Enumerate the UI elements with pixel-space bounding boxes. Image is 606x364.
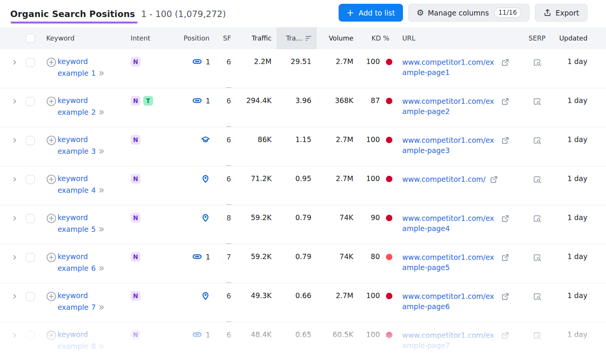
expand-chevron-icon[interactable]: [11, 254, 18, 262]
url-link[interactable]: www.competitor1.com/example-page4: [402, 213, 497, 233]
keyword-link[interactable]: keyword example 6: [58, 252, 96, 272]
serp-features-count[interactable]: 7: [226, 252, 231, 283]
serp-features-count[interactable]: 6: [226, 57, 231, 88]
double-chevron-icon[interactable]: [98, 70, 105, 78]
expand-chevron-icon[interactable]: [11, 176, 18, 184]
serp-features-count[interactable]: 6: [226, 96, 231, 127]
column-header-updated[interactable]: Updated: [550, 34, 606, 42]
double-chevron-icon[interactable]: [98, 148, 105, 156]
expand-chevron-icon[interactable]: [11, 215, 18, 223]
column-header-traffic[interactable]: Traffic: [234, 34, 276, 42]
add-keyword-icon[interactable]: [46, 174, 56, 188]
row-checkbox[interactable]: [26, 136, 35, 145]
expand-chevron-icon[interactable]: [11, 59, 18, 67]
serp-features-count[interactable]: 6: [226, 330, 231, 364]
checkbox-cell: [21, 322, 39, 364]
url-link[interactable]: www.competitor1.com/example-page1: [402, 57, 497, 77]
column-header-url[interactable]: URL: [397, 34, 524, 42]
keyword-link[interactable]: keyword example 8: [58, 330, 96, 350]
intent-cell: N: [126, 205, 174, 244]
keyword-link[interactable]: keyword example 1: [58, 57, 96, 77]
serp-preview-icon[interactable]: [532, 253, 542, 283]
position-value: 1: [206, 57, 210, 67]
expand-chevron-icon[interactable]: [11, 98, 18, 106]
select-all-cell: [21, 34, 39, 43]
add-keyword-icon[interactable]: [46, 135, 56, 149]
keyword-link[interactable]: keyword example 7: [58, 291, 96, 311]
double-chevron-icon[interactable]: [98, 265, 105, 273]
serp-preview-icon[interactable]: [532, 175, 542, 205]
double-chevron-icon[interactable]: [98, 187, 105, 195]
add-to-list-button[interactable]: + Add to list: [339, 4, 403, 22]
row-checkbox[interactable]: [26, 97, 35, 106]
double-chevron-icon[interactable]: [98, 226, 105, 234]
double-chevron-icon[interactable]: [98, 304, 105, 312]
url-link[interactable]: www.competitor1.com/example-page2: [402, 96, 497, 116]
select-all-checkbox[interactable]: [26, 34, 35, 43]
row-checkbox[interactable]: [26, 214, 35, 223]
external-link-icon[interactable]: [500, 292, 510, 302]
column-header-serp[interactable]: SERP: [524, 34, 550, 42]
double-chevron-icon[interactable]: [98, 109, 105, 117]
column-header-position[interactable]: Position: [174, 34, 214, 42]
keyword-link[interactable]: keyword example 2: [58, 96, 96, 116]
add-keyword-icon[interactable]: [46, 252, 56, 266]
keyword-link[interactable]: keyword example 5: [58, 213, 96, 233]
external-link-icon[interactable]: [500, 253, 510, 262]
expand-chevron-icon[interactable]: [11, 137, 18, 145]
external-link-icon[interactable]: [500, 214, 510, 223]
add-keyword-icon[interactable]: [46, 96, 56, 110]
url-cell: www.competitor1.com/: [397, 166, 524, 205]
expand-chevron-icon[interactable]: [11, 332, 18, 340]
kd-difficulty-dot: [386, 59, 392, 65]
row-checkbox[interactable]: [26, 292, 35, 301]
column-header-traffic-pct[interactable]: Tra...: [276, 27, 317, 49]
serp-features-count[interactable]: 6: [226, 135, 231, 166]
external-link-icon[interactable]: [489, 175, 499, 184]
serp-preview-icon[interactable]: [532, 136, 542, 166]
column-header-volume[interactable]: Volume: [317, 34, 358, 42]
url-cell: www.competitor1.com/example-page6: [397, 283, 524, 322]
serp-preview-icon[interactable]: [532, 97, 542, 127]
url-link[interactable]: www.competitor1.com/example-page6: [402, 291, 497, 311]
url-link[interactable]: www.competitor1.com/example-page7: [402, 330, 497, 350]
row-checkbox[interactable]: [26, 331, 35, 340]
serp-preview-icon[interactable]: [532, 331, 542, 364]
external-link-icon[interactable]: [500, 331, 510, 341]
expand-chevron-icon[interactable]: [11, 293, 18, 301]
row-checkbox[interactable]: [26, 175, 35, 184]
column-header-sf[interactable]: SF: [214, 34, 234, 42]
intent-badge-t: T: [143, 96, 153, 106]
add-keyword-icon[interactable]: [46, 213, 56, 227]
serp-preview-icon[interactable]: [532, 58, 542, 88]
external-link-icon[interactable]: [500, 136, 510, 145]
column-header-intent[interactable]: Intent: [126, 34, 174, 42]
column-header-kd[interactable]: KD %: [358, 34, 397, 42]
double-chevron-icon[interactable]: [98, 343, 105, 351]
add-keyword-icon[interactable]: [46, 57, 56, 71]
traffic-cell: 59.2K: [234, 244, 276, 283]
export-button[interactable]: Export: [535, 4, 587, 22]
serp-features-count[interactable]: 6: [226, 291, 231, 322]
manage-columns-button[interactable]: ⚙ Manage columns 11/16: [408, 4, 529, 22]
serp-preview-icon[interactable]: [532, 292, 542, 322]
url-link[interactable]: www.competitor1.com/example-page5: [402, 252, 497, 272]
url-link[interactable]: www.competitor1.com/example-page3: [402, 135, 497, 155]
external-link-icon[interactable]: [500, 97, 510, 106]
keyword-link[interactable]: keyword example 3: [58, 135, 96, 155]
add-keyword-icon[interactable]: [46, 291, 56, 305]
row-checkbox[interactable]: [26, 58, 35, 67]
serp-cell: [524, 49, 550, 88]
url-link[interactable]: www.competitor1.com/: [402, 174, 486, 184]
row-checkbox[interactable]: [26, 253, 35, 262]
serp-features-count[interactable]: 6: [226, 174, 231, 205]
serp-features-count[interactable]: 8: [226, 213, 231, 244]
add-keyword-icon[interactable]: [46, 330, 56, 344]
external-link-icon[interactable]: [500, 58, 510, 67]
column-header-keyword[interactable]: Keyword: [39, 34, 126, 42]
serp-cell: [524, 244, 550, 283]
export-label: Export: [556, 9, 579, 17]
map-pin-icon: [201, 213, 210, 222]
serp-preview-icon[interactable]: [532, 214, 542, 244]
keyword-link[interactable]: keyword example 4: [58, 174, 96, 194]
